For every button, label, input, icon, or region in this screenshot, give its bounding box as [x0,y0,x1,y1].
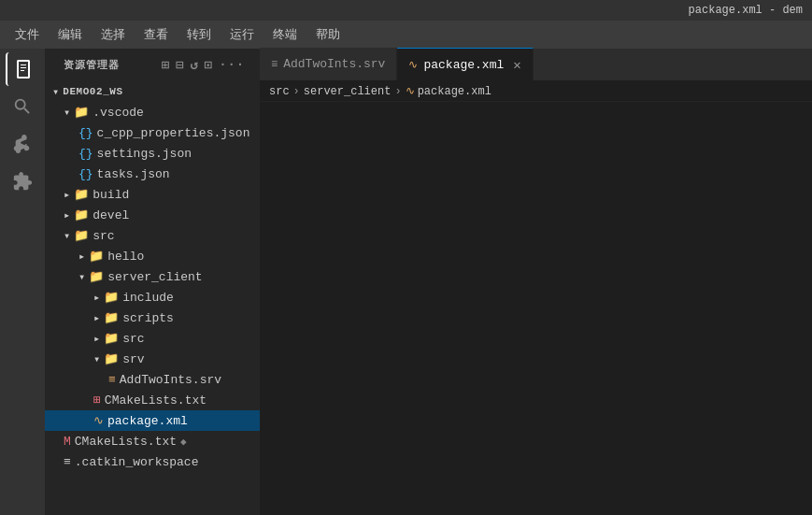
tree-label: server_client [107,270,202,284]
cmake-icon: M [64,435,71,449]
tree-item-srv[interactable]: ▾ 📁 srv [45,349,260,369]
root-label: DEMO02_WS [63,86,122,97]
tree-item-catkin[interactable]: ≡ .catkin_workspace [45,451,260,472]
chevron-down-icon: ▾ [52,85,59,99]
tree-label: hello [107,250,144,264]
cmake-icon: ⊞ [93,393,101,408]
tree-label: package.xml [107,414,188,428]
breadcrumb-sep1: › [293,85,300,98]
menu-item-编辑[interactable]: 编辑 [50,22,90,47]
folder-icon: 📁 [104,331,119,346]
folder-icon: 📁 [74,187,89,202]
tree-item-addtwoints[interactable]: ≡ AddTwoInts.srv [45,369,260,390]
tab-package-xml[interactable]: ∿ package.xml ✕ [397,48,533,80]
tree-item-src-inner[interactable]: ▸ 📁 src [45,328,260,349]
xml-file-icon: ∿ [93,413,104,428]
tree-item-server-client[interactable]: ▾ 📁 server_client [45,266,260,287]
menu-item-选择[interactable]: 选择 [93,22,133,47]
folder-icon: 📁 [74,207,89,222]
tab-icon: ≡ [271,58,278,71]
new-folder-icon[interactable]: ⊟ [176,57,184,73]
activity-explorer[interactable] [6,52,39,86]
breadcrumb-src[interactable]: src [269,85,290,98]
sidebar: 资源管理器 ⊞ ⊟ ↺ ⊡ ··· ▾ DEMO02_WS ▾ 📁 .vscod… [45,49,260,515]
folder-icon: 📁 [104,290,119,305]
tree-label: scripts [122,311,174,325]
activity-extensions[interactable] [6,165,39,198]
tree-label: CMakeLists.txt [105,393,207,408]
title-bar: package.xml - dem [0,0,812,21]
tab-label: AddTwoInts.srv [283,57,385,71]
tree-label: tasks.json [97,167,170,181]
breadcrumb-sep2: › [394,85,401,98]
json-icon: {} [78,167,93,181]
menu-item-运行[interactable]: 运行 [222,22,262,47]
sidebar-header: 资源管理器 ⊞ ⊟ ↺ ⊡ ··· [45,49,260,81]
breadcrumb-file-label[interactable]: package.xml [418,85,491,98]
tree-label: AddTwoInts.srv [120,373,221,387]
json-icon: {} [78,126,93,140]
folder-icon: 📁 [74,105,89,120]
window-title: package.xml - dem [689,4,803,17]
tree-item-vscode[interactable]: ▾ 📁 .vscode [45,102,260,122]
tree-item-build[interactable]: ▸ 📁 build [45,184,260,205]
main-layout: 资源管理器 ⊞ ⊟ ↺ ⊡ ··· ▾ DEMO02_WS ▾ 📁 .vscod… [0,49,812,515]
folder-icon: 📁 [74,228,89,243]
tab-close-button[interactable]: ✕ [513,57,520,73]
tree-label: .vscode [93,106,144,120]
editor [260,102,812,515]
tree-item-cmake1[interactable]: ⊞ CMakeLists.txt [45,390,260,410]
folder-icon: 📁 [89,269,104,284]
tree-item-package-xml[interactable]: ∿ package.xml [45,410,260,431]
line-numbers [260,102,299,515]
tree-label: include [122,291,174,305]
tree-label: srv [122,352,144,366]
tab-label: package.xml [423,58,504,72]
tree-label: settings.json [97,147,192,161]
tree-item-scripts[interactable]: ▸ 📁 scripts [45,308,260,328]
tree-item-cmake2[interactable]: M CMakeLists.txt ◆ [45,431,260,451]
tree-item-devel[interactable]: ▸ 📁 devel [45,205,260,225]
menu-item-帮助[interactable]: 帮助 [308,22,348,47]
tree-item-include[interactable]: ▸ 📁 include [45,287,260,308]
activity-bar [0,49,45,515]
menu-item-查看[interactable]: 查看 [136,22,176,47]
menu-item-终端[interactable]: 终端 [265,22,305,47]
tree-item-tasks[interactable]: {} tasks.json [45,164,260,184]
tree-item-hello[interactable]: ▸ 📁 hello [45,246,260,266]
tree-label: devel [93,208,129,222]
tree-label: build [93,188,129,202]
breadcrumb: src › server_client › ∿ package.xml [260,81,812,102]
modified-indicator: ◆ [180,436,187,448]
sidebar-header-actions: ⊞ ⊟ ↺ ⊡ ··· [162,57,245,73]
file-tree: ▾ DEMO02_WS ▾ 📁 .vscode {} c_cpp_propert… [45,81,260,515]
activity-search[interactable] [6,90,39,123]
tabs-bar: ≡ AddTwoInts.srv ∿ package.xml ✕ [260,49,812,81]
tree-item-c-cpp[interactable]: {} c_cpp_properties.json [45,122,260,143]
tree-root[interactable]: ▾ DEMO02_WS [45,81,260,102]
menu-item-转到[interactable]: 转到 [179,22,219,47]
tree-label: c_cpp_properties.json [97,126,250,140]
json-icon: {} [78,147,93,161]
refresh-icon[interactable]: ↺ [191,57,199,73]
tree-item-src[interactable]: ▾ 📁 src [45,225,260,246]
tree-label: src [93,229,114,243]
code-content[interactable] [299,102,812,515]
collapse-icon[interactable]: ⊡ [205,57,213,73]
tab-icon-xml: ∿ [408,58,418,72]
breadcrumb-file[interactable]: ∿ [406,84,415,98]
new-file-icon[interactable]: ⊞ [162,57,170,73]
tab-addtwoints[interactable]: ≡ AddTwoInts.srv [260,48,397,80]
menu-item-文件[interactable]: 文件 [7,22,47,47]
srv-icon: ≡ [108,373,116,387]
activity-git[interactable] [6,127,39,161]
folder-icon: 📁 [104,310,119,325]
more-actions-icon[interactable]: ··· [219,57,245,73]
tree-label: CMakeLists.txt [75,435,177,449]
file-icon: ≡ [64,455,71,469]
menu-bar: 文件编辑选择查看转到运行终端帮助 [0,21,812,49]
breadcrumb-server-client[interactable]: server_client [304,85,392,98]
tree-label: .catkin_workspace [75,455,199,469]
tree-item-settings[interactable]: {} settings.json [45,143,260,164]
tree-label: src [122,332,144,346]
